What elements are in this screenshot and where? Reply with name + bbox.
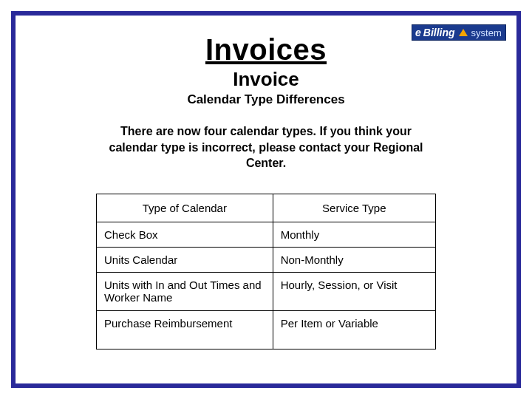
header-type-of-calendar: Type of Calendar (97, 194, 273, 222)
table-header-row: Type of Calendar Service Type (97, 194, 436, 222)
table-row: Units with In and Out Times and Worker N… (97, 272, 436, 310)
cell-service: Monthly (273, 222, 435, 247)
cell-service: Per Item or Variable (273, 310, 435, 349)
header-service-type: Service Type (273, 194, 435, 222)
cell-type: Units Calendar (97, 247, 273, 272)
cell-service: Non-Monthly (273, 247, 435, 272)
page-section-title: Calendar Type Differences (45, 92, 487, 107)
cell-type: Purchase Reimbursement (97, 310, 273, 349)
logo-billing: Billing (423, 27, 455, 38)
logo-triangle-icon (459, 29, 468, 36)
table-row: Check Box Monthly (97, 222, 436, 247)
table-row: Units Calendar Non-Monthly (97, 247, 436, 272)
table-row: Purchase Reimbursement Per Item or Varia… (97, 310, 436, 349)
cell-service: Hourly, Session, or Visit (273, 272, 435, 310)
ebilling-logo: e Billing system (412, 24, 506, 41)
calendar-type-table: Type of Calendar Service Type Check Box … (96, 194, 436, 349)
intro-paragraph: There are now four calendar types. If yo… (96, 123, 436, 171)
slide-frame: e Billing system Invoices Invoice Calend… (11, 11, 521, 388)
logo-system: system (471, 27, 502, 38)
page-subtitle: Invoice (45, 68, 487, 91)
cell-type: Check Box (97, 222, 273, 247)
logo-e: e (415, 27, 421, 38)
cell-type: Units with In and Out Times and Worker N… (97, 272, 273, 310)
